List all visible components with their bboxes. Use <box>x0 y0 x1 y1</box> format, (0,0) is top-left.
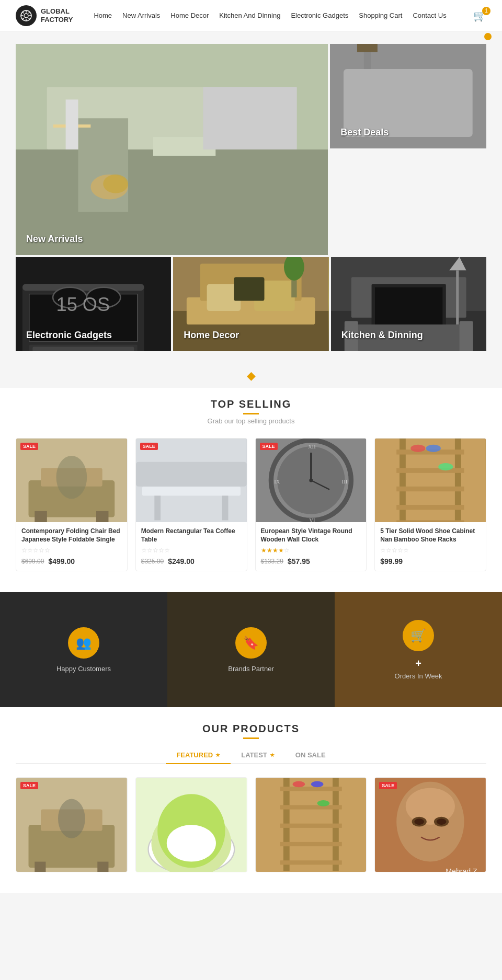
our-products-underline <box>243 737 259 739</box>
original-price-2: $325.00 <box>141 558 164 565</box>
svg-rect-108 <box>280 824 342 828</box>
section-divider: ◆ <box>0 353 502 388</box>
products-tabs: FEATURED ★ LATEST ★ ON SALE <box>16 747 486 764</box>
brands-partner-label: Brands Partner <box>228 665 273 673</box>
logo[interactable]: GLOBAL FACTORY <box>16 5 73 26</box>
product-info-4: 5 Tier Solid Wood Shoe Cabinet Nan Bambo… <box>375 522 486 571</box>
svg-rect-106 <box>280 787 342 791</box>
hero-new-arrivals[interactable]: New Arrivals <box>16 44 328 255</box>
svg-line-6 <box>22 11 24 13</box>
svg-rect-52 <box>375 287 442 328</box>
hero-home-decor[interactable]: Home Decor <box>173 257 328 351</box>
hero-kitchen[interactable]: Kitchen & Dinning <box>331 257 486 351</box>
product-image-wrap-1: SALE <box>16 439 127 522</box>
hero-best-deals-label: Best Deals <box>340 127 389 138</box>
product-stars-2: ☆☆☆☆☆ <box>141 547 242 554</box>
product-stars-4: ☆☆☆☆☆ <box>380 547 481 554</box>
our-product-3[interactable] <box>255 777 367 872</box>
nav-contact[interactable]: Contact Us <box>413 11 446 19</box>
our-product-1[interactable]: SALE <box>16 777 128 872</box>
product-name-2: Modern Rectangular Tea Coffee Table <box>141 527 242 544</box>
svg-rect-44 <box>234 277 265 301</box>
cart-badge: 1 <box>482 7 490 15</box>
price-wrap-2: $325.00 $249.00 <box>141 557 242 566</box>
promo-bar <box>0 31 502 42</box>
top-selling-subtitle: Grab our top selling products <box>16 417 486 425</box>
product-image-wrap-4 <box>375 439 486 522</box>
svg-point-19 <box>103 175 128 193</box>
stats-section: 👥 Happy Customers 🔖 Brands Partner 🛒 + O… <box>0 592 502 707</box>
product-card-2[interactable]: SALE Modern Rectangular Tea Coffee Table… <box>135 438 247 571</box>
our-sale-badge-1: SALE <box>20 782 38 789</box>
nav-home[interactable]: Home <box>94 11 112 19</box>
our-products-title: OUR PRODUCTS <box>16 723 486 735</box>
tab-featured[interactable]: FEATURED ★ <box>166 747 231 764</box>
stat-happy-customers: 👥 Happy Customers <box>0 592 167 707</box>
svg-text:XII: XII <box>307 444 315 449</box>
nav-new-arrivals[interactable]: New Arrivals <box>122 11 160 19</box>
price-wrap-1: $699.00 $499.00 <box>21 557 122 566</box>
original-price-1: $699.00 <box>21 558 44 565</box>
svg-rect-64 <box>96 511 109 522</box>
our-product-4[interactable]: SALE Mehrad Z. <box>374 777 486 872</box>
product-card-4[interactable]: 5 Tier Solid Wood Shoe Cabinet Nan Bambo… <box>374 438 486 571</box>
svg-rect-63 <box>35 511 47 522</box>
svg-rect-88 <box>396 520 464 522</box>
our-products-grid: SALE <box>16 777 486 872</box>
nav-kitchen[interactable]: Kitchen And Dinning <box>219 11 280 19</box>
svg-point-91 <box>438 463 453 470</box>
svg-point-111 <box>292 781 305 788</box>
nav-home-decor[interactable]: Home Decor <box>170 11 209 19</box>
svg-rect-40 <box>187 297 315 325</box>
svg-rect-24 <box>357 44 378 52</box>
hero-new-arrivals-label: New Arrivals <box>26 234 83 245</box>
hero-kitchen-label: Kitchen & Dinning <box>341 330 423 341</box>
product-info-1: Contemporary Folding Chair Bed Japanese … <box>16 522 127 571</box>
product-image-wrap-3: SALE XII III VI IX <box>256 439 367 522</box>
product-name-1: Contemporary Folding Chair Bed Japanese … <box>21 527 122 544</box>
header: GLOBAL FACTORY Home New Arrivals Home De… <box>0 0 502 31</box>
hero-electronic-gadgets[interactable]: 15 OS Electronic Gadgets <box>16 257 171 351</box>
our-products-section: OUR PRODUCTS FEATURED ★ LATEST ★ ON SALE… <box>0 707 502 893</box>
svg-text:IX: IX <box>274 479 280 485</box>
logo-text: GLOBAL FACTORY <box>41 7 73 24</box>
orders-plus: + <box>415 658 421 670</box>
svg-text:Mehrad Z.: Mehrad Z. <box>446 867 480 872</box>
cart-button[interactable]: 🛒 1 <box>473 9 486 22</box>
svg-point-1 <box>24 14 28 18</box>
svg-point-112 <box>311 781 323 788</box>
svg-rect-85 <box>396 468 464 472</box>
orders-week-icon: 🛒 <box>403 620 434 651</box>
promo-dot <box>484 33 492 40</box>
hero-home-decor-label: Home Decor <box>184 330 239 341</box>
tab-latest[interactable]: LATEST ★ <box>231 747 285 764</box>
svg-rect-107 <box>280 805 342 810</box>
svg-point-65 <box>56 456 87 499</box>
nav-cart[interactable]: Shopping Cart <box>359 11 402 19</box>
title-underline <box>243 413 259 414</box>
price-only-4: $99.99 <box>380 557 403 566</box>
svg-rect-87 <box>396 505 464 510</box>
hero-grid-top: New Arrivals Best Deals <box>0 42 502 257</box>
product-card-1[interactable]: SALE Contemporary Folding Chair Bed Japa… <box>16 438 128 571</box>
svg-text:VI: VI <box>309 517 315 522</box>
svg-point-120 <box>415 818 425 825</box>
sale-badge-1: SALE <box>20 443 38 450</box>
product-card-3[interactable]: SALE XII III VI IX <box>255 438 367 571</box>
nav-electronic[interactable]: Electronic Gadgets <box>291 11 348 19</box>
brands-partner-icon: 🔖 <box>235 627 267 659</box>
svg-rect-96 <box>97 862 108 872</box>
sale-price-2: $249.00 <box>168 557 195 566</box>
hero-electronic-label: Electronic Gadgets <box>26 330 112 341</box>
svg-point-102 <box>167 825 216 862</box>
main-nav: Home New Arrivals Home Decor Kitchen And… <box>94 11 473 19</box>
tab-on-sale[interactable]: ON SALE <box>285 747 336 764</box>
hero-best-deals[interactable]: Best Deals <box>330 44 486 148</box>
svg-rect-86 <box>396 487 464 491</box>
original-price-3: $133.29 <box>261 558 283 565</box>
sale-price-3: $57.95 <box>288 557 310 566</box>
our-product-2[interactable] <box>135 777 247 872</box>
svg-line-7 <box>29 18 30 19</box>
product-info-2: Modern Rectangular Tea Coffee Table ☆☆☆☆… <box>136 522 247 571</box>
product-info-3: European Style Vintage Round Wooden Wall… <box>256 522 367 571</box>
